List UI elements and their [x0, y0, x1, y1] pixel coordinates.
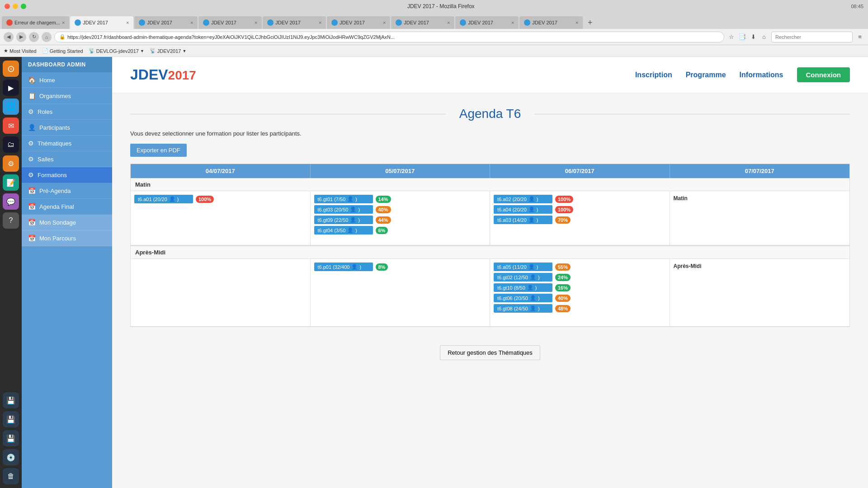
home-nav-icon[interactable]: ⌂ — [760, 33, 769, 42]
os-icon-browser[interactable]: 🌐 — [3, 99, 19, 115]
session-t6gt08-row: t6.gt08 (24/50 👤 ) 48% — [494, 304, 666, 313]
bookmark-devlog[interactable]: 📡 DEVLOG-jdev2017 ▼ — [89, 48, 144, 54]
session-t6gt02-close: ) — [538, 275, 540, 280]
person-icon-t6a01: 👤 — [169, 196, 175, 202]
tab-1[interactable]: JDEV 2017 × — [70, 16, 133, 29]
bookmark-jdev[interactable]: 📡 JDEV2017 ▼ — [150, 48, 187, 54]
tab-label-1: JDEV 2017 — [83, 20, 124, 25]
os-icon-files[interactable]: 🗂 — [3, 136, 19, 153]
os-icon-ubuntu[interactable]: ⊙ — [3, 61, 19, 77]
tab-close-7[interactable]: × — [511, 20, 514, 25]
os-icon-messaging[interactable]: 💬 — [3, 193, 19, 210]
tab-2[interactable]: JDEV 2017 × — [134, 16, 198, 29]
os-icon-trash[interactable]: 🗑 — [3, 468, 19, 484]
devlog-chevron[interactable]: ▼ — [140, 49, 144, 53]
session-t6a03-button[interactable]: t6.a03 (14/20 👤 ) — [494, 216, 552, 224]
nav-item-roles[interactable]: ⚙ Roles — [22, 104, 112, 120]
minimize-button[interactable] — [13, 4, 18, 9]
tab-8[interactable]: JDEV 2017 × — [519, 16, 583, 29]
session-t6gt06-button[interactable]: t6.gt06 (20/50 👤 ) — [494, 294, 552, 302]
session-t6gt01-button[interactable]: t6.gt01 (7/50 👤 ) — [314, 195, 373, 203]
jdev-chevron[interactable]: ▼ — [182, 49, 186, 53]
export-pdf-button[interactable]: Exporter en PDF — [130, 144, 187, 157]
nav-item-formations[interactable]: ⚙ Formations — [22, 167, 112, 183]
os-icon-email[interactable]: ✉ — [3, 117, 19, 134]
tab-5[interactable]: JDEV 2017 × — [327, 16, 390, 29]
maximize-button[interactable] — [21, 4, 26, 9]
os-icon-terminal[interactable]: ▶ — [3, 80, 19, 96]
tab-3[interactable]: JDEV 2017 × — [198, 16, 262, 29]
nav-item-agenda-final[interactable]: 📅 Agenda Final — [22, 199, 112, 215]
session-t6gt02-button[interactable]: t6.gt02 (12/50 👤 ) — [494, 273, 552, 282]
retour-button[interactable]: Retour gestion des Thématiques — [440, 345, 540, 360]
roles-icon: ⚙ — [28, 108, 34, 115]
os-icon-media[interactable]: 💿 — [3, 449, 19, 465]
search-input[interactable] — [771, 32, 853, 42]
tab-close-2[interactable]: × — [190, 20, 193, 25]
session-t6gt10-button[interactable]: t6.gt10 (8/50 👤 ) — [494, 283, 552, 292]
tab-0[interactable]: Erreur de chargem... × — [2, 16, 69, 29]
bookmark-most-visited[interactable]: ★ Most Visited — [4, 48, 37, 54]
bookmark-getting-started[interactable]: 📄 Getting Started — [42, 48, 83, 54]
tab-close-4[interactable]: × — [319, 20, 321, 25]
informations-link[interactable]: Informations — [740, 71, 783, 79]
os-icon-drives[interactable]: 💾 — [3, 430, 19, 446]
reload-button[interactable]: ↻ — [29, 32, 39, 42]
session-t6gt10-close: ) — [535, 285, 537, 291]
pct-badge-t6gt03: 40% — [376, 206, 391, 213]
session-t6a03-row: t6.a03 (14/20 👤 ) 70% — [494, 216, 666, 224]
inscription-link[interactable]: Inscription — [635, 71, 672, 79]
os-icon-question[interactable]: ? — [3, 212, 19, 229]
tab-close-8[interactable]: × — [576, 20, 578, 25]
tab-close-6[interactable]: × — [447, 20, 450, 25]
back-button[interactable]: ◀ — [4, 32, 14, 42]
home-button[interactable]: ⌂ — [42, 32, 52, 42]
session-t6a01-button[interactable]: t6.a01 (20/20 👤 ) — [134, 195, 193, 203]
tab-close-0[interactable]: × — [62, 20, 65, 25]
url-bar[interactable]: 🔒 https://jdev2017.fr/dashboard-admin-th… — [54, 32, 724, 42]
formations-label: Formations — [38, 172, 67, 178]
download-icon[interactable]: ⬇ — [749, 33, 758, 42]
tab-4[interactable]: JDEV 2017 × — [263, 16, 326, 29]
new-tab-button[interactable]: + — [584, 16, 596, 29]
os-icon-hdd[interactable]: 💾 — [3, 392, 19, 408]
nav-item-salles[interactable]: ⚙ Salles — [22, 151, 112, 167]
session-t6gt09-button[interactable]: t6.gt09 (22/50 👤 ) — [314, 216, 373, 224]
nav-item-participants[interactable]: 👤 Participants — [22, 120, 112, 136]
nav-item-thematiques[interactable]: ⚙ Thématiques — [22, 136, 112, 151]
tab-7[interactable]: JDEV 2017 × — [455, 16, 519, 29]
session-t6gt03-button[interactable]: t6.gt03 (20/50 👤 ) — [314, 205, 373, 214]
ssl-icon: 🔒 — [59, 34, 66, 40]
session-t6a02-button[interactable]: t6.a02 (20/20 👤 ) — [494, 195, 552, 203]
session-t6gt06-id: t6.gt06 (20/50 — [497, 296, 528, 301]
programme-link[interactable]: Programme — [686, 71, 726, 79]
menu-icon[interactable]: ≡ — [855, 33, 864, 42]
nav-item-mon-sondage[interactable]: 📅 Mon Sondage — [22, 215, 112, 230]
tab-6[interactable]: JDEV 2017 × — [391, 16, 454, 29]
os-icon-settings[interactable]: ⚙ — [3, 155, 19, 172]
session-t6a04-button[interactable]: t6.a04 (20/20 👤 ) — [494, 205, 552, 214]
tab-label-2: JDEV 2017 — [147, 20, 189, 25]
connexion-button[interactable]: Connexion — [797, 67, 850, 82]
tab-close-5[interactable]: × — [383, 20, 386, 25]
feed-icon: 📡 — [89, 48, 95, 54]
session-t6gt08-button[interactable]: t6.gt08 (24/50 👤 ) — [494, 304, 552, 313]
nav-item-pre-agenda[interactable]: 📅 Pré-Agenda — [22, 183, 112, 199]
os-icon-notes[interactable]: 📝 — [3, 174, 19, 191]
browser-window: JDEV 2017 - Mozilla Firefox 08:45 Erreur… — [0, 0, 868, 57]
bookmark-list-icon[interactable]: 📑 — [738, 33, 747, 42]
forward-button[interactable]: ▶ — [16, 32, 26, 42]
bookmark-star-icon[interactable]: ☆ — [727, 33, 736, 42]
pct-badge-t6a03: 70% — [555, 216, 571, 224]
nav-item-organismes[interactable]: 📋 Organismes — [22, 88, 112, 104]
pre-agenda-label: Pré-Agenda — [39, 188, 71, 194]
tab-close-3[interactable]: × — [255, 20, 257, 25]
os-icon-usb[interactable]: 💾 — [3, 411, 19, 427]
close-button[interactable] — [5, 4, 10, 9]
session-t6p01-button[interactable]: t6.p01 (32/400 👤 ) — [314, 263, 373, 271]
tab-close-1[interactable]: × — [126, 20, 129, 25]
session-t6a05-button[interactable]: t6.a05 (11/20 👤 ) — [494, 263, 552, 271]
session-t6gt04-button[interactable]: t6.gt04 (3/50 👤 ) — [314, 226, 373, 235]
nav-item-home[interactable]: 🏠 Home — [22, 72, 112, 88]
nav-item-mon-parcours[interactable]: 📅 Mon Parcours — [22, 230, 112, 246]
